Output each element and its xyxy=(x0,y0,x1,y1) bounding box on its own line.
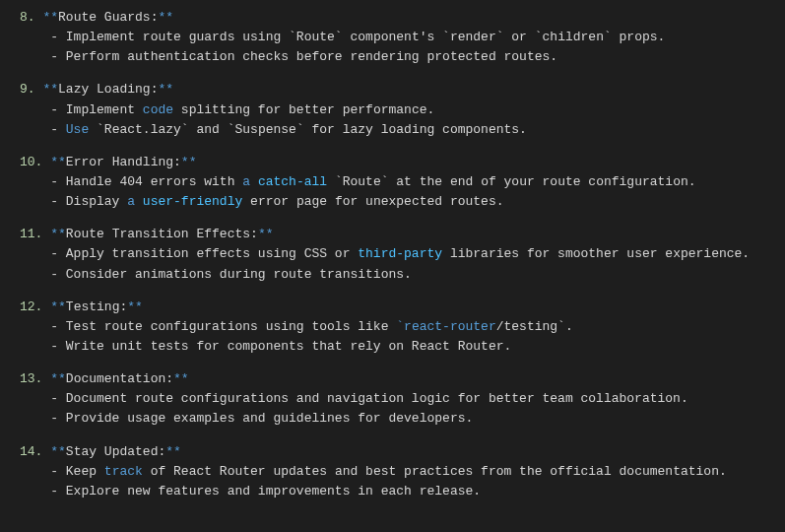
section: 12. **Testing:** - Test route configurat… xyxy=(20,298,785,357)
code-line: - Implement route guards using `Route` c… xyxy=(20,28,785,47)
code-line: - Apply transition effects using CSS or … xyxy=(20,244,785,264)
code-line: 12. **Testing:** xyxy=(20,298,785,317)
code-line: - Implement code splitting for better pe… xyxy=(20,100,785,120)
code-line: - Provide usage examples and guidelines … xyxy=(20,409,785,429)
code-line: 9. **Lazy Loading:** xyxy=(20,80,785,100)
code-line: 10. **Error Handling:** xyxy=(20,153,785,172)
section: 14. **Stay Updated:** - Keep track of Re… xyxy=(20,442,785,501)
code-line: - Perform authentication checks before r… xyxy=(20,47,785,67)
code-line: - Consider animations during route trans… xyxy=(20,265,785,285)
section: 8. **Route Guards:** - Implement route g… xyxy=(20,8,785,67)
code-line: - Document route configurations and navi… xyxy=(20,389,785,409)
editor-content[interactable]: 8. **Route Guards:** - Implement route g… xyxy=(20,8,785,501)
code-line: - Handle 404 errors with a catch-all `Ro… xyxy=(20,172,785,192)
code-line: 13. **Documentation:** xyxy=(20,369,785,389)
code-line: 14. **Stay Updated:** xyxy=(20,442,785,462)
code-line: 11. **Route Transition Effects:** xyxy=(20,225,785,244)
code-line: - Explore new features and improvements … xyxy=(20,482,785,501)
code-line: - Use `React.lazy` and `Suspense` for la… xyxy=(20,120,785,140)
section: 13. **Documentation:** - Document route … xyxy=(20,369,785,429)
section: 11. **Route Transition Effects:** - Appl… xyxy=(20,225,785,284)
code-line: - Write unit tests for components that r… xyxy=(20,337,785,357)
code-line: - Test route configurations using tools … xyxy=(20,317,785,337)
section: 10. **Error Handling:** - Handle 404 err… xyxy=(20,153,785,212)
section: 9. **Lazy Loading:** - Implement code sp… xyxy=(20,80,785,139)
code-line: - Keep track of React Router updates and… xyxy=(20,462,785,482)
code-line: - Display a user-friendly error page for… xyxy=(20,192,785,212)
code-line: 8. **Route Guards:** xyxy=(20,8,785,28)
